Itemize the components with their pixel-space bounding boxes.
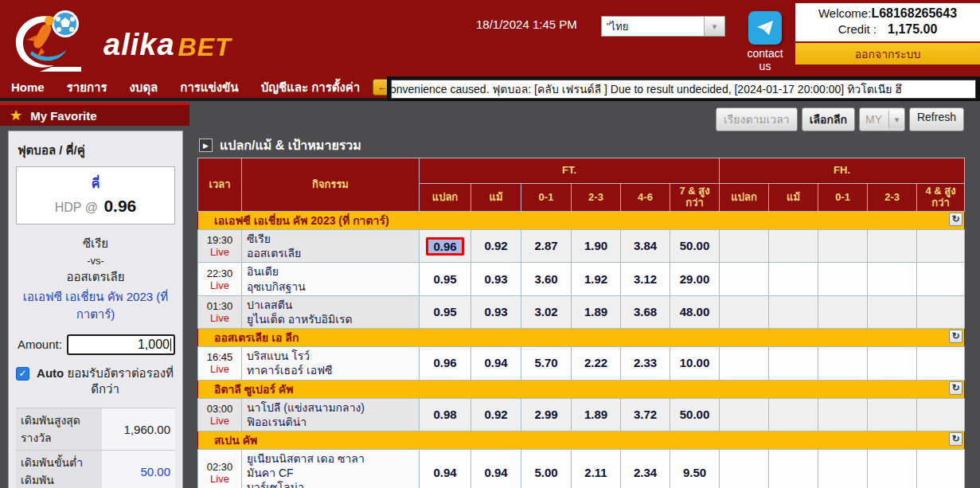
match-time: 02:30 (198, 461, 241, 473)
team-name: อุซเบกิสฐาน (247, 279, 416, 294)
odds-value[interactable]: 9.50 (683, 466, 706, 479)
sidebar: ★ My Favorite ฟุตบอล / คี่/คู่ คี่ HDP @… (0, 101, 189, 488)
logout-button[interactable]: ออกจากระบบ (795, 43, 980, 64)
odds-type-select[interactable]: MY ▾ (859, 107, 905, 131)
ft-odds-cell: 5.00 (521, 449, 572, 488)
odds-value[interactable]: 2.99 (534, 408, 557, 421)
contact-us-label[interactable]: contact us (740, 47, 790, 72)
league-refresh-button[interactable]: ↻ (949, 330, 962, 343)
header: alika BET 18/1/2024 1:45 PM "ไทย ▾ conta… (0, 0, 980, 76)
amount-input[interactable]: 1,000 (67, 334, 175, 355)
select-league-button[interactable]: เลือกลีก (802, 107, 855, 131)
odds-value[interactable]: 2.22 (584, 356, 607, 369)
time-cell: 03:00Live (198, 398, 242, 431)
auto-accept-checkbox[interactable]: ✓ (16, 367, 29, 381)
odds-value[interactable]: 3.60 (534, 272, 557, 286)
odds-value[interactable]: 0.92 (484, 408, 507, 421)
live-badge: Live (198, 415, 241, 427)
odds-value[interactable]: 2.87 (534, 239, 557, 252)
odds-value[interactable]: 0.93 (484, 272, 507, 286)
fh-odds-cell (769, 347, 818, 380)
telegram-icon[interactable] (748, 11, 782, 45)
team-name: ซีเรีย (247, 232, 416, 246)
league-bar: เอเอฟซี เอเชี่ยน คัพ 2023 (ที่ กาตาร์)↻ (198, 212, 965, 230)
odds-value[interactable]: 1.92 (584, 272, 607, 286)
nav-item-4[interactable]: บัญชีและ การตั้งค่า (250, 78, 372, 97)
refresh-button[interactable]: Refresh (909, 107, 964, 131)
fh-odds-cell (818, 449, 868, 488)
odds-value[interactable]: 1.89 (584, 305, 607, 318)
event-cell: อินเดียอุซเบกิสฐาน (242, 263, 420, 295)
odds-value[interactable]: 0.92 (484, 239, 507, 252)
team-name: นาโปลี (แข่งสนามกลาง) (247, 400, 416, 415)
limit-value: 1,960.00 (102, 408, 175, 451)
col-group-ft: FT. (420, 158, 720, 184)
odds-value[interactable]: 3.02 (534, 305, 557, 318)
my-favorite-title: My Favorite (30, 109, 96, 123)
fh-odds-cell (917, 449, 965, 488)
odds-value[interactable]: 0.94 (484, 466, 507, 479)
odds-value[interactable]: 0.96 (433, 356, 456, 369)
league-name-link: เอเอฟซี เอเชี่ยน คัพ 2023 (ที่ กาตาร์) (16, 288, 175, 324)
play-icon[interactable]: ▶ (199, 139, 213, 152)
league-refresh-button[interactable]: ↻ (949, 432, 962, 446)
time-cell: 22:30Live (198, 263, 242, 295)
team-name: ฟิออเรนติน่า (247, 415, 416, 429)
odds-value[interactable]: 2.34 (634, 466, 657, 479)
page: alika BET 18/1/2024 1:45 PM "ไทย ▾ conta… (0, 0, 980, 488)
team-name: บริสแบน โรว์ (247, 349, 416, 363)
ft-odds-cell: 3.72 (621, 398, 670, 431)
odds-value[interactable]: 48.00 (680, 305, 710, 318)
title-bar: ▶ แปลก/แม้ & เป้าหมายรวม (199, 135, 980, 155)
nav-item-0[interactable]: Home (0, 80, 56, 94)
team-name: ทาคาร์เธอร์ เอฟซี (247, 363, 416, 377)
sub-col-header: แม้ (471, 184, 521, 212)
odds-value[interactable]: 3.12 (634, 272, 657, 286)
team-name: อินเดีย (247, 264, 416, 279)
odds-value[interactable]: 1.90 (584, 239, 607, 252)
odds-value[interactable]: 2.33 (634, 356, 657, 369)
ft-odds-cell: 0.94 (471, 347, 521, 380)
fh-odds-cell (720, 347, 769, 380)
league-refresh-button[interactable]: ↻ (949, 381, 962, 395)
welcome-box: Welcome:L68168265643 Credit :1,175.00 (795, 3, 980, 41)
odds-value[interactable]: 0.94 (484, 356, 507, 369)
odds-value[interactable]: 0.96 (426, 237, 463, 256)
sort-by-time-button[interactable]: เรียงตามเวลา (716, 107, 798, 131)
odds-value[interactable]: 5.70 (534, 356, 557, 369)
nav-item-1[interactable]: รายการ (56, 78, 119, 97)
ft-odds-cell: 29.00 (670, 263, 720, 295)
odds-value[interactable]: 1.89 (584, 408, 607, 421)
odds-value[interactable]: 3.68 (634, 305, 657, 318)
odds-value[interactable]: 29.00 (680, 272, 710, 286)
odds-value[interactable]: 0.95 (433, 305, 456, 318)
sub-col-header: 2-3 (572, 184, 621, 212)
odds-value[interactable]: 0.95 (433, 272, 456, 286)
odds-value[interactable]: 0.94 (433, 466, 456, 479)
credit-value: 1,175.00 (888, 22, 937, 36)
odds-value[interactable]: 50.00 (680, 408, 710, 421)
site-logo[interactable]: alika BET (8, 3, 231, 73)
nav-items: Homeรายการงบดุลการแข่งขันบัญชีและ การตั้… (0, 78, 371, 97)
check-icon: ✓ (18, 368, 26, 379)
datetime-label: 18/1/2024 1:45 PM (476, 18, 577, 31)
odds-value[interactable]: 0.98 (433, 408, 456, 421)
odds-value[interactable]: 5.00 (534, 466, 557, 479)
odds-value[interactable]: 10.00 (680, 356, 710, 369)
odds-value[interactable]: 50.00 (680, 239, 710, 252)
ft-odds-cell: 1.89 (572, 398, 621, 431)
odds-value[interactable]: 3.84 (634, 239, 657, 252)
ft-odds-cell: 0.93 (471, 263, 521, 295)
fh-odds-cell (868, 398, 917, 431)
odds-value[interactable]: 0.93 (484, 305, 507, 318)
nav-item-3[interactable]: การแข่งขัน (169, 78, 249, 97)
odds-value[interactable]: 2.11 (584, 466, 607, 479)
language-select[interactable]: "ไทย ▾ (601, 16, 725, 37)
league-refresh-button[interactable]: ↻ (949, 213, 962, 226)
team-name: ยูไนเต็ด อาหรับอิมิเรด (247, 312, 416, 326)
username: L68168265643 (871, 6, 957, 20)
selection-pick: คี่ (20, 174, 171, 193)
nav-item-2[interactable]: งบดุล (119, 78, 170, 97)
live-badge: Live (198, 363, 241, 375)
odds-value[interactable]: 3.72 (634, 408, 657, 421)
